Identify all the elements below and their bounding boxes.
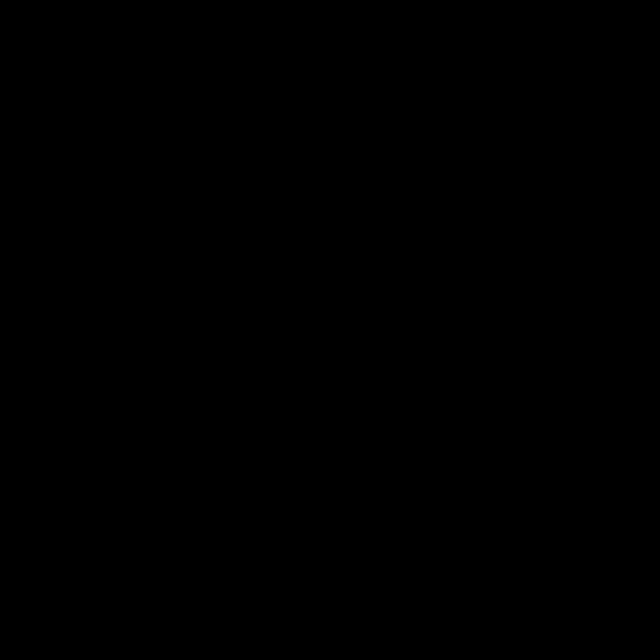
chart-frame bbox=[0, 0, 644, 644]
gradient-background bbox=[24, 24, 620, 620]
chart-plot bbox=[24, 24, 620, 620]
